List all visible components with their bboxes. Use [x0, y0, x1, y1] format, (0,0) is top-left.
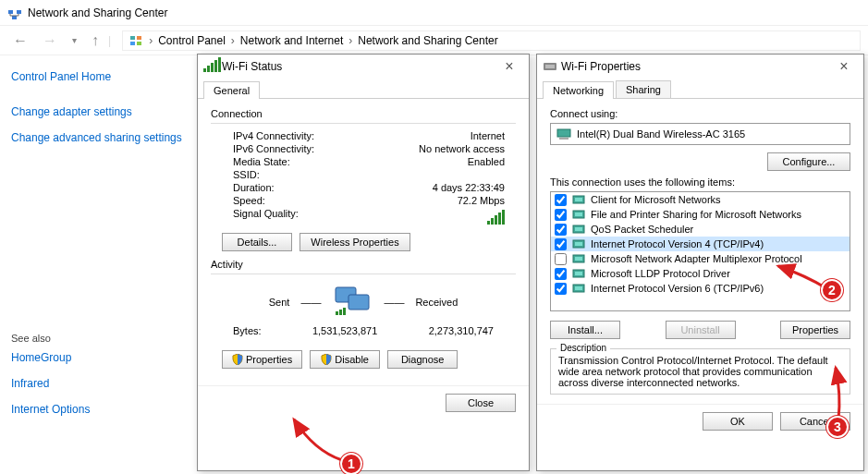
shield-icon	[232, 354, 243, 365]
properties-button[interactable]: Properties	[222, 350, 302, 369]
history-dropdown[interactable]: ▾	[67, 33, 82, 47]
item-checkbox[interactable]	[555, 209, 567, 221]
breadcrumb-item[interactable]: Control Panel	[158, 34, 226, 47]
sidebar-adapter-link[interactable]: Change adapter settings	[11, 105, 183, 118]
sidebar-homegroup-link[interactable]: HomeGroup	[11, 351, 183, 364]
tab-strip: General	[198, 79, 529, 99]
bytes-label: Bytes:	[233, 325, 262, 336]
tab-sharing[interactable]: Sharing	[616, 80, 671, 98]
item-properties-button[interactable]: Properties	[780, 321, 850, 339]
dialog-titlebar: Wi-Fi Status ×	[198, 55, 529, 79]
up-button[interactable]: ↑	[86, 30, 104, 51]
shield-icon	[321, 354, 332, 365]
svg-rect-10	[339, 310, 342, 315]
ipv6-value: No network access	[419, 143, 505, 154]
component-icon	[572, 208, 587, 221]
component-icon	[572, 223, 587, 236]
breadcrumb-item[interactable]: Network and Sharing Center	[358, 34, 497, 47]
cancel-button[interactable]: Cancel	[780, 412, 850, 431]
svg-rect-21	[575, 227, 582, 231]
back-button[interactable]: ←	[7, 30, 33, 51]
adapter-box: Intel(R) Dual Band Wireless-AC 3165	[550, 123, 850, 145]
media-value: Enabled	[468, 156, 505, 167]
dialog-titlebar: Wi-Fi Properties ×	[537, 55, 863, 79]
description-text: Transmission Control Protocol/Internet P…	[558, 355, 828, 388]
tab-networking[interactable]: Networking	[543, 81, 614, 99]
close-icon[interactable]: ×	[495, 58, 523, 75]
diagnose-button[interactable]: Diagnose	[387, 350, 458, 369]
list-item[interactable]: Internet Protocol Version 6 (TCP/IPv6)	[551, 281, 850, 296]
component-icon	[572, 237, 587, 250]
sidebar-advanced-link[interactable]: Change advanced sharing settings	[11, 131, 183, 144]
properties-button-label: Properties	[246, 354, 292, 365]
description-box: Description Transmission Control Protoco…	[550, 348, 850, 395]
nav-bar: ← → ▾ ↑ | › Control Panel › Network and …	[0, 26, 868, 55]
svg-rect-2	[12, 16, 17, 19]
svg-rect-19	[575, 213, 582, 216]
duration-label: Duration:	[233, 182, 275, 193]
item-label: Microsoft Network Adapter Multiplexor Pr…	[591, 253, 802, 264]
close-icon[interactable]: ×	[830, 58, 858, 75]
dash: ——	[384, 297, 404, 308]
adapter-name: Intel(R) Dual Band Wireless-AC 3165	[577, 128, 745, 140]
nic-icon	[556, 128, 571, 140]
chevron-right-icon: ›	[348, 34, 352, 47]
list-item[interactable]: File and Printer Sharing for Microsoft N…	[551, 207, 850, 222]
svg-rect-3	[130, 36, 135, 40]
ipv4-value: Internet	[471, 130, 505, 141]
activity-group: Activity	[211, 259, 516, 270]
breadcrumb-item[interactable]: Network and Internet	[240, 34, 343, 47]
svg-rect-27	[575, 272, 582, 275]
signal-label: Signal Quality:	[233, 208, 299, 225]
svg-rect-1	[17, 10, 21, 14]
sent-label: Sent	[269, 297, 290, 308]
ok-button[interactable]: OK	[703, 412, 773, 431]
item-checkbox[interactable]	[555, 238, 567, 250]
item-label: Internet Protocol Version 4 (TCP/IPv4)	[591, 238, 764, 249]
list-item[interactable]: Microsoft LLDP Protocol Driver	[551, 266, 850, 281]
svg-rect-15	[559, 138, 568, 140]
list-item[interactable]: Microsoft Network Adapter Multiplexor Pr…	[551, 251, 850, 266]
bytes-sent-value: 1,531,523,871	[262, 325, 429, 336]
speed-value: 72.2 Mbps	[458, 195, 505, 206]
item-checkbox[interactable]	[555, 253, 567, 265]
window-title: Network and Sharing Center	[28, 6, 167, 19]
list-item[interactable]: Internet Protocol Version 4 (TCP/IPv4)	[551, 237, 850, 251]
item-label: File and Printer Sharing for Microsoft N…	[591, 209, 801, 220]
list-item[interactable]: Client for Microsoft Networks	[551, 192, 850, 207]
wireless-properties-button[interactable]: Wireless Properties	[300, 233, 410, 251]
ssid-label: SSID:	[233, 169, 260, 180]
tab-general[interactable]: General	[203, 81, 260, 99]
configure-button[interactable]: Configure...	[767, 152, 850, 171]
svg-rect-0	[8, 10, 13, 14]
item-checkbox[interactable]	[555, 268, 567, 280]
list-item[interactable]: QoS Packet Scheduler	[551, 222, 850, 237]
close-button[interactable]: Close	[446, 394, 516, 412]
items-label: This connection uses the following items…	[550, 176, 850, 188]
item-checkbox[interactable]	[555, 224, 567, 236]
install-button[interactable]: Install...	[550, 321, 620, 339]
speed-label: Speed:	[233, 195, 265, 206]
sidebar-infrared-link[interactable]: Infrared	[11, 377, 183, 390]
disable-button[interactable]: Disable	[310, 350, 380, 369]
component-icon	[572, 252, 587, 265]
sidebar-internet-options-link[interactable]: Internet Options	[11, 403, 183, 416]
uninstall-button[interactable]: Uninstall	[666, 321, 736, 339]
details-button[interactable]: Details...	[222, 233, 292, 251]
item-checkbox[interactable]	[555, 194, 567, 206]
cpl-icon	[128, 33, 143, 48]
breadcrumb-separator: |	[108, 34, 111, 47]
item-label: QoS Packet Scheduler	[591, 224, 693, 235]
svg-rect-14	[557, 129, 570, 137]
breadcrumb[interactable]: › Control Panel › Network and Internet ›…	[122, 30, 861, 51]
item-label: Internet Protocol Version 6 (TCP/IPv6)	[591, 283, 764, 294]
tab-strip: Networking Sharing	[537, 79, 863, 99]
item-checkbox[interactable]	[555, 283, 567, 295]
sidebar-home-link[interactable]: Control Panel Home	[11, 70, 183, 83]
media-label: Media State:	[233, 156, 290, 167]
svg-rect-9	[336, 311, 338, 315]
connection-group: Connection	[211, 108, 516, 119]
forward-button[interactable]: →	[37, 30, 63, 51]
ipv6-label: IPv6 Connectivity:	[233, 143, 314, 154]
items-listbox[interactable]: Client for Microsoft NetworksFile and Pr…	[550, 191, 850, 311]
